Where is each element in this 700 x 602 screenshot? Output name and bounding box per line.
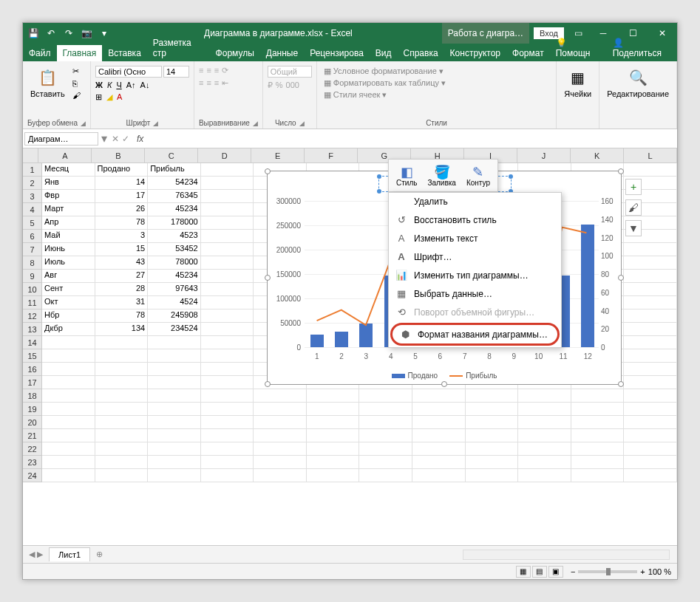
cell[interactable] bbox=[201, 349, 254, 363]
percent-icon[interactable]: % bbox=[276, 81, 283, 90]
cell[interactable] bbox=[624, 429, 677, 442]
cell[interactable] bbox=[518, 442, 571, 456]
row-header[interactable]: 3 bbox=[23, 190, 41, 203]
row-header[interactable]: 4 bbox=[23, 203, 41, 216]
row-header[interactable]: 19 bbox=[23, 403, 41, 416]
cell[interactable] bbox=[571, 442, 625, 456]
cell[interactable] bbox=[148, 336, 201, 349]
cell[interactable] bbox=[307, 469, 360, 482]
cell[interactable] bbox=[518, 403, 571, 416]
cell[interactable] bbox=[412, 416, 466, 429]
row-header[interactable]: 1 bbox=[23, 163, 41, 177]
row-header[interactable]: 11 bbox=[23, 296, 41, 309]
cell[interactable] bbox=[571, 429, 625, 442]
cell[interactable]: 78 bbox=[95, 216, 149, 230]
cell[interactable]: 43 bbox=[95, 256, 149, 270]
cell[interactable] bbox=[201, 190, 254, 203]
cell[interactable] bbox=[201, 389, 254, 403]
cell[interactable] bbox=[624, 442, 677, 456]
cell[interactable] bbox=[42, 456, 95, 469]
cell[interactable] bbox=[201, 203, 254, 216]
row-header[interactable]: 21 bbox=[23, 429, 41, 442]
font-size-select[interactable]: 14 bbox=[163, 66, 189, 78]
cell[interactable] bbox=[201, 442, 254, 456]
cell[interactable] bbox=[201, 456, 254, 469]
cell[interactable] bbox=[624, 376, 677, 389]
align-right-icon[interactable]: ≡ bbox=[214, 78, 219, 88]
cell[interactable] bbox=[624, 416, 677, 429]
column-header[interactable]: K bbox=[571, 148, 624, 163]
camera-icon[interactable]: 📷 bbox=[81, 27, 92, 39]
menu-font[interactable]: AШрифт… bbox=[389, 247, 561, 266]
resize-handle[interactable] bbox=[265, 275, 271, 281]
cell[interactable] bbox=[148, 456, 201, 469]
cell[interactable] bbox=[412, 389, 466, 403]
share-button[interactable]: 👤 Поделиться bbox=[607, 35, 677, 61]
increase-font-icon[interactable]: A↑ bbox=[126, 81, 136, 89]
cell[interactable] bbox=[359, 456, 412, 469]
cell[interactable] bbox=[359, 442, 412, 456]
cell[interactable]: Апр bbox=[42, 216, 95, 230]
tab-design[interactable]: Конструктор bbox=[444, 45, 506, 61]
page-break-view-icon[interactable]: ▣ bbox=[548, 566, 563, 578]
cell[interactable] bbox=[624, 256, 677, 270]
column-header[interactable]: J bbox=[517, 148, 571, 163]
cut-icon[interactable]: ✂ bbox=[71, 66, 81, 77]
cells-button[interactable]: ▦Ячейки bbox=[561, 66, 594, 100]
row-header[interactable]: 10 bbox=[23, 283, 41, 296]
save-icon[interactable]: 💾 bbox=[27, 27, 39, 39]
tab-insert[interactable]: Вставка bbox=[102, 45, 147, 61]
cell[interactable] bbox=[518, 469, 571, 482]
cell[interactable] bbox=[571, 456, 625, 469]
cell[interactable] bbox=[624, 336, 677, 349]
cell[interactable]: 245908 bbox=[148, 309, 201, 323]
cell[interactable] bbox=[95, 336, 149, 349]
row-header[interactable]: 12 bbox=[23, 309, 41, 323]
menu-edit-text[interactable]: AИзменить текст bbox=[389, 229, 561, 247]
cell[interactable] bbox=[201, 230, 254, 243]
cell[interactable]: 3 bbox=[95, 230, 149, 243]
cell[interactable] bbox=[201, 309, 254, 323]
row-header[interactable]: 23 bbox=[23, 456, 41, 469]
cell[interactable]: 78 bbox=[95, 309, 149, 323]
row-header[interactable]: 13 bbox=[23, 323, 41, 336]
cell[interactable]: Нбр bbox=[42, 309, 95, 323]
row-header[interactable]: 8 bbox=[23, 256, 41, 270]
name-box[interactable] bbox=[24, 132, 98, 146]
cell[interactable] bbox=[624, 323, 677, 336]
cell[interactable] bbox=[412, 403, 466, 416]
cell[interactable] bbox=[95, 349, 149, 363]
align-top-icon[interactable]: ≡ bbox=[199, 66, 203, 75]
row-header[interactable]: 22 bbox=[23, 442, 41, 456]
cell[interactable] bbox=[307, 456, 360, 469]
tab-tellme[interactable]: 💡 Помощн bbox=[550, 35, 607, 61]
normal-view-icon[interactable]: ▦ bbox=[516, 566, 531, 578]
cell[interactable]: Авг bbox=[42, 270, 95, 283]
orient-icon[interactable]: ⟳ bbox=[222, 66, 228, 75]
enter-formula-icon[interactable]: ✓ bbox=[122, 134, 129, 144]
cell[interactable]: 78000 bbox=[148, 256, 201, 270]
cell[interactable]: 134 bbox=[95, 323, 149, 336]
font-color-icon[interactable]: A bbox=[117, 92, 122, 102]
tab-home[interactable]: Главная bbox=[57, 45, 103, 61]
cell[interactable]: 31 bbox=[95, 296, 149, 309]
add-sheet-button[interactable]: ⊕ bbox=[90, 550, 109, 559]
mini-style-button[interactable]: ◧Стиль bbox=[392, 163, 421, 188]
menu-format-chart-title[interactable]: ⬢Формат названия диаграммы… bbox=[390, 323, 560, 346]
namebox-dropdown-icon[interactable]: ▾ bbox=[100, 131, 109, 146]
tab-formulas[interactable]: Формулы bbox=[210, 45, 260, 61]
cell[interactable] bbox=[201, 336, 254, 349]
resize-handle[interactable] bbox=[265, 381, 271, 387]
cell[interactable] bbox=[412, 469, 466, 482]
cell[interactable] bbox=[624, 389, 677, 403]
indent-icon[interactable]: ⇤ bbox=[222, 78, 228, 88]
cell[interactable]: 45234 bbox=[148, 270, 201, 283]
cell[interactable] bbox=[148, 416, 201, 429]
tab-file[interactable]: Файл bbox=[23, 45, 57, 61]
cell[interactable] bbox=[95, 403, 149, 416]
resize-handle[interactable] bbox=[618, 168, 624, 174]
tab-data[interactable]: Данные bbox=[260, 45, 304, 61]
column-header[interactable]: C bbox=[145, 148, 198, 163]
italic-button[interactable]: К bbox=[107, 81, 112, 89]
cell[interactable]: Фвр bbox=[42, 190, 95, 203]
